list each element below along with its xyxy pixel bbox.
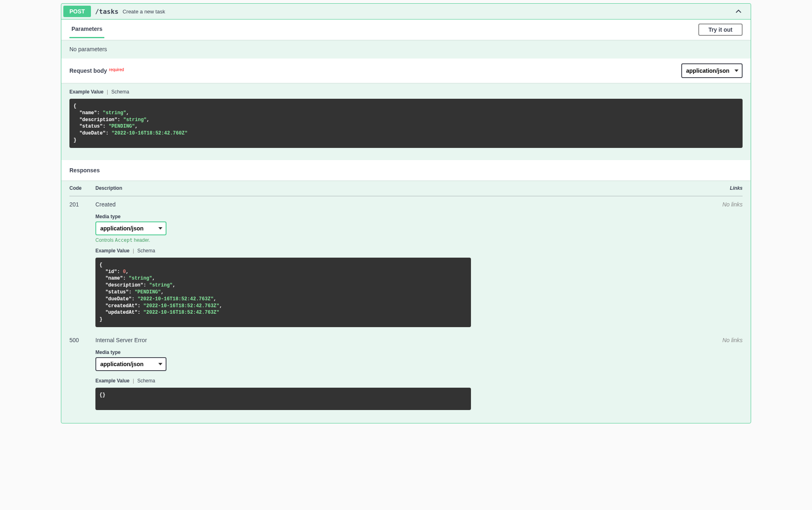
tab-schema[interactable]: Schema: [137, 378, 158, 384]
response-description: Created: [95, 201, 471, 208]
responses-section: Code Description Links 201CreatedMedia t…: [61, 180, 751, 423]
tab-example-value[interactable]: Example Value: [95, 248, 133, 254]
response-description-cell: Internal Server ErrorMedia typeapplicati…: [95, 332, 641, 415]
operation-body: Parameters Try it out No parameters Requ…: [61, 19, 751, 423]
example-schema-tabs: Example Value|Schema: [95, 378, 471, 384]
responses-header: Responses: [61, 160, 751, 180]
operation-summary[interactable]: POST /tasks Create a new task: [61, 4, 751, 19]
media-type-select[interactable]: application/json: [95, 221, 166, 235]
chevron-up-icon[interactable]: [734, 7, 743, 15]
tab-example-value[interactable]: Example Value: [69, 89, 107, 95]
column-description: Description: [95, 180, 641, 196]
try-it-out-button[interactable]: Try it out: [698, 24, 743, 36]
response-description-cell: CreatedMedia typeapplication/jsonControl…: [95, 196, 641, 332]
column-code: Code: [69, 180, 95, 196]
media-type-select[interactable]: application/json: [95, 357, 166, 371]
content-type-select-wrapper: application/json: [681, 63, 743, 78]
accept-header-helper: Controls Accept header.: [95, 237, 471, 243]
response-code: 500: [69, 332, 95, 415]
parameters-header: Parameters Try it out: [61, 20, 751, 40]
tab-schema[interactable]: Schema: [111, 89, 132, 95]
media-type-select-wrapper: application/json: [95, 221, 166, 235]
responses-label: Responses: [69, 167, 100, 174]
request-body-label: Request body: [69, 67, 107, 74]
tab-schema[interactable]: Schema: [137, 248, 158, 254]
media-type-select-wrapper: application/json: [95, 357, 166, 371]
table-row: 500Internal Server ErrorMedia typeapplic…: [69, 332, 743, 415]
response-example-code[interactable]: {}: [95, 388, 471, 410]
responses-table: Code Description Links 201CreatedMedia t…: [69, 180, 743, 415]
response-example-code[interactable]: { "id": 0, "name": "string", "descriptio…: [95, 258, 471, 327]
response-links: No links: [641, 196, 743, 332]
media-type-label: Media type: [95, 214, 471, 219]
media-type-label: Media type: [95, 349, 471, 355]
response-description: Internal Server Error: [95, 337, 471, 343]
http-method-badge: POST: [63, 6, 91, 17]
tab-example-value[interactable]: Example Value: [95, 378, 133, 384]
request-body-header: Request body required application/json: [61, 59, 751, 83]
example-schema-tabs: Example Value | Schema: [69, 89, 743, 95]
no-parameters-message: No parameters: [61, 40, 751, 59]
example-schema-tabs: Example Value|Schema: [95, 248, 471, 254]
operation-path: /tasks: [91, 8, 123, 15]
column-links: Links: [641, 180, 743, 196]
content-type-select[interactable]: application/json: [681, 63, 743, 78]
table-row: 201CreatedMedia typeapplication/jsonCont…: [69, 196, 743, 332]
required-badge: required: [109, 67, 124, 72]
request-example-code[interactable]: { "name": "string", "description": "stri…: [69, 99, 743, 148]
operation-description: Create a new task: [123, 9, 734, 15]
response-links: No links: [641, 332, 743, 415]
request-body-example: Example Value | Schema { "name": "string…: [61, 83, 751, 160]
operation-block: POST /tasks Create a new task Parameters…: [61, 3, 751, 423]
tab-parameters[interactable]: Parameters: [69, 26, 104, 38]
response-code: 201: [69, 196, 95, 332]
